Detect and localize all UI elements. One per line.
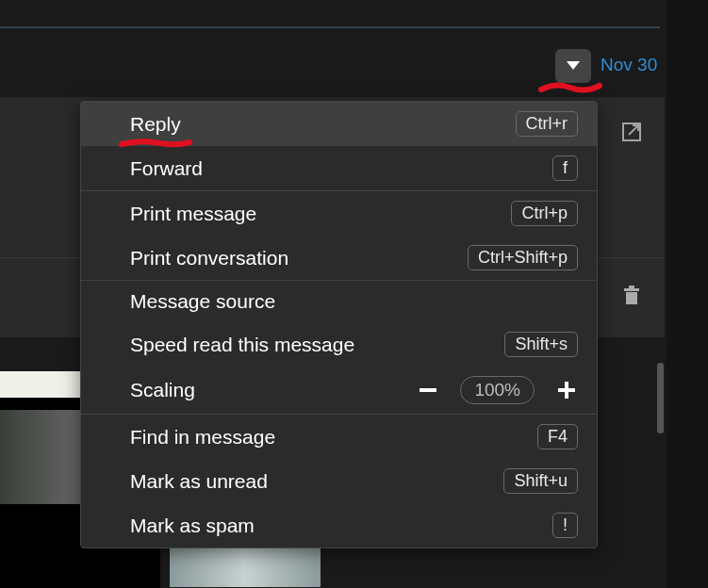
menu-item-shortcut: ! <box>552 513 578 538</box>
open-external-icon <box>620 121 643 143</box>
menu-item-shortcut: Ctrl+p <box>511 201 578 226</box>
open-in-new-window-button[interactable] <box>620 121 643 143</box>
menu-item-label: Forward <box>130 157 203 180</box>
chevron-down-icon <box>567 61 580 71</box>
menu-item-shortcut: Ctrl+Shift+p <box>468 245 578 270</box>
annotation-underline-dropdown <box>537 80 603 99</box>
svg-rect-5 <box>420 388 436 392</box>
scaling-controls: 100% <box>417 376 578 404</box>
menu-item-label: Reply <box>130 113 181 136</box>
menu-item-print-msg[interactable]: Print messageCtrl+p <box>81 191 597 236</box>
menu-item-label: Scaling <box>130 379 195 401</box>
menu-item-unread[interactable]: Mark as unreadShift+u <box>81 459 597 503</box>
zoom-out-button[interactable] <box>417 379 439 401</box>
menu-item-label: Message source <box>130 290 275 313</box>
svg-rect-3 <box>626 292 637 304</box>
svg-rect-7 <box>565 382 568 399</box>
menu-item-label: Find in message <box>130 426 275 449</box>
plus-icon <box>556 380 577 400</box>
menu-item-shortcut: Shift+s <box>504 332 578 357</box>
right-gutter <box>667 0 708 588</box>
zoom-in-button[interactable] <box>555 379 578 401</box>
svg-rect-4 <box>629 286 634 288</box>
menu-item-print-conv[interactable]: Print conversationCtrl+Shift+p <box>81 236 597 280</box>
trash-icon <box>620 285 643 307</box>
scrollbar-thumb[interactable] <box>657 363 664 433</box>
message-actions-menu: ReplyCtrl+rForwardfPrint messageCtrl+pPr… <box>80 101 598 548</box>
svg-rect-2 <box>624 288 639 291</box>
menu-item-label: Mark as spam <box>130 514 255 537</box>
menu-item-shortcut: f <box>552 155 578 181</box>
menu-item-reply[interactable]: ReplyCtrl+r <box>81 102 597 146</box>
menu-item-label: Print conversation <box>130 247 288 270</box>
message-date: Nov 30 <box>601 55 657 75</box>
menu-item-shortcut: Ctrl+r <box>516 111 579 137</box>
menu-item-msg-src[interactable]: Message source <box>81 281 597 322</box>
message-header-border <box>0 26 660 30</box>
menu-item-label: Print message <box>130 203 256 225</box>
menu-item-forward[interactable]: Forwardf <box>81 146 597 190</box>
menu-item-scaling[interactable]: Scaling100% <box>81 367 597 414</box>
menu-item-spam[interactable]: Mark as spam! <box>81 503 597 547</box>
menu-item-label: Mark as unread <box>130 470 268 493</box>
menu-item-label: Speed read this message <box>130 334 354 356</box>
menu-item-shortcut: F4 <box>537 424 578 449</box>
svg-marker-0 <box>567 61 580 70</box>
menu-item-shortcut: Shift+u <box>503 468 578 494</box>
message-actions-dropdown-button[interactable] <box>555 49 591 83</box>
menu-item-find[interactable]: Find in messageF4 <box>81 415 597 459</box>
menu-item-speed-read[interactable]: Speed read this messageShift+s <box>81 322 597 367</box>
zoom-percent: 100% <box>460 376 535 404</box>
delete-message-button[interactable] <box>620 285 643 307</box>
minus-icon <box>418 380 438 400</box>
